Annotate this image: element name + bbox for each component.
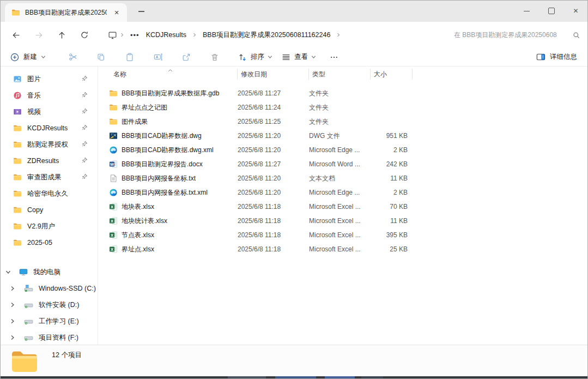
file-name-cell[interactable]: 界址点点之记图 xyxy=(98,103,238,112)
paste-button[interactable] xyxy=(122,50,138,65)
chevron-expanded-icon[interactable] xyxy=(4,269,12,275)
file-name-cell[interactable]: WBBB项目勘测定界报告.docx xyxy=(98,160,238,169)
column-header-size[interactable]: 大小 xyxy=(371,69,413,80)
sidebar-item[interactable]: 图片 xyxy=(0,71,98,87)
this-pc-icon[interactable] xyxy=(108,31,117,40)
file-row[interactable]: BBB项目内网报备坐标.txt.xml2025/6/8 11:20Microso… xyxy=(98,185,588,200)
file-row[interactable]: WBBB项目勘测定界报告.docx2025/6/8 11:27Microsoft… xyxy=(98,157,588,171)
sidebar-item[interactable]: 勘测定界授权 xyxy=(0,136,98,153)
back-button[interactable] xyxy=(8,27,24,43)
file-name-cell[interactable]: X地块统计表.xlsx xyxy=(98,216,238,226)
maximize-button[interactable] xyxy=(539,0,563,22)
minimize-button[interactable] xyxy=(514,0,539,22)
chevron-right-icon[interactable] xyxy=(334,32,343,38)
sort-button[interactable]: 排序 xyxy=(238,52,272,62)
more-options-button[interactable] xyxy=(326,50,342,65)
sidebar-item[interactable]: 2025-05 xyxy=(0,234,98,251)
main-area: 图片音乐视频KCDJResults勘测定界授权ZDResults审查图成果哈密华… xyxy=(0,67,588,345)
file-name: 地块表.xlsx xyxy=(122,202,154,212)
file-row[interactable]: X地块表.xlsx2025/6/8 11:18Microsoft Excel .… xyxy=(98,200,588,214)
sidebar-item-label: 2025-05 xyxy=(27,239,52,246)
file-row[interactable]: BBB项目CAD勘界数据.dwg.xml2025/6/8 11:20Micros… xyxy=(98,143,588,157)
rename-button[interactable] xyxy=(150,50,166,65)
file-row[interactable]: BBB项目勘测定界成果数据库.gdb2025/6/8 11:27文件夹 xyxy=(98,86,588,100)
svg-text:X: X xyxy=(111,204,113,209)
drive-icon xyxy=(24,333,33,342)
file-name-cell[interactable]: BBB项目内网报备坐标.txt xyxy=(98,174,238,183)
sidebar-item[interactable]: KCDJResults xyxy=(0,120,98,136)
sidebar-item[interactable]: ZDResults xyxy=(0,153,98,169)
details-pane-icon xyxy=(536,52,546,62)
pin-icon xyxy=(82,173,88,181)
up-button[interactable] xyxy=(53,27,70,43)
file-name: 节点表.xlsx xyxy=(122,231,154,240)
file-name-cell[interactable]: X地块表.xlsx xyxy=(98,202,238,212)
file-name-cell[interactable]: BBB项目CAD勘界数据.dwg xyxy=(98,131,238,141)
sidebar-item-label: 哈密华电永久 xyxy=(27,189,68,198)
search-input[interactable]: 在 BBB项目勘测定界成果20250608 xyxy=(454,31,580,40)
search-icon[interactable] xyxy=(572,31,580,39)
chevron-collapsed-icon[interactable] xyxy=(9,318,16,324)
sidebar-item-drive[interactable]: Windows-SSD (C:) xyxy=(0,280,98,297)
breadcrumb-item[interactable]: KCDJResults xyxy=(143,29,190,40)
sidebar-item[interactable]: 哈密华电永久 xyxy=(0,185,98,202)
breadcrumb-overflow-button[interactable]: ••• xyxy=(127,31,143,39)
new-tab-button[interactable] xyxy=(136,7,146,16)
file-row[interactable]: X界址点.xlsx2025/6/8 11:18Microsoft Excel .… xyxy=(98,242,588,256)
view-button[interactable]: 查看 xyxy=(281,52,316,62)
sidebar-item[interactable]: Copy xyxy=(0,202,98,218)
file-row[interactable]: 图件成果2025/6/8 11:25文件夹 xyxy=(98,115,588,129)
column-header-modified[interactable]: 修改日期 xyxy=(238,69,309,80)
svg-text:X: X xyxy=(111,219,113,224)
video-icon xyxy=(13,107,22,116)
details-pane-label: 详细信息 xyxy=(550,52,577,62)
file-row[interactable]: 界址点点之记图2025/6/8 11:24文件夹 xyxy=(98,100,588,115)
sidebar-item[interactable]: 审查图成果 xyxy=(0,169,98,185)
file-name-cell[interactable]: 图件成果 xyxy=(98,117,238,127)
file-name: BBB项目勘测定界成果数据库.gdb xyxy=(122,89,219,98)
file-name-cell[interactable]: X节点表.xlsx xyxy=(98,231,238,240)
close-icon: ✕ xyxy=(573,7,578,15)
file-row[interactable]: X节点表.xlsx2025/6/8 11:18Microsoft Excel .… xyxy=(98,228,588,242)
close-button[interactable]: ✕ xyxy=(563,0,588,22)
item-count-label: 12 个项目 xyxy=(52,351,82,360)
scissors-icon xyxy=(68,52,78,62)
cut-button[interactable] xyxy=(65,50,81,65)
forward-button[interactable] xyxy=(31,27,47,43)
sidebar-item[interactable]: V2.9用户 xyxy=(0,218,98,234)
new-button[interactable]: 新建 xyxy=(10,52,46,62)
chevron-right-icon[interactable] xyxy=(190,32,199,38)
chevron-collapsed-icon[interactable] xyxy=(9,302,16,308)
chevron-collapsed-icon[interactable] xyxy=(9,335,16,340)
sidebar-item-drive[interactable]: 工作学习 (E:) xyxy=(0,313,98,329)
details-pane-button[interactable]: 详细信息 xyxy=(536,52,577,62)
pin-icon xyxy=(82,92,88,99)
file-size: 2 KB xyxy=(371,189,413,196)
sidebar-item-drive[interactable]: 软件安装 (D:) xyxy=(0,297,98,313)
chevron-collapsed-icon[interactable] xyxy=(9,286,16,291)
file-name-cell[interactable]: BBB项目CAD勘界数据.dwg.xml xyxy=(98,146,238,155)
sidebar-item[interactable]: 视频 xyxy=(0,104,98,120)
copy-button[interactable] xyxy=(93,50,110,65)
file-row[interactable]: BBB项目CAD勘界数据.dwg2025/6/8 11:20DWG 文件951 … xyxy=(98,129,588,143)
sort-button-label: 排序 xyxy=(251,52,264,62)
tab-close-icon[interactable]: ✕ xyxy=(112,8,122,17)
file-name-cell[interactable]: BBB项目内网报备坐标.txt.xml xyxy=(98,188,238,197)
file-type: 文件夹 xyxy=(309,103,371,112)
delete-button[interactable] xyxy=(207,50,223,65)
share-button[interactable] xyxy=(178,50,195,65)
sidebar-item-this-pc[interactable]: 我的电脑 xyxy=(0,264,98,280)
chevron-right-icon[interactable] xyxy=(117,32,127,38)
sidebar-item-drive[interactable]: 项目资料 (F:) xyxy=(0,329,98,345)
sidebar-item[interactable]: 音乐 xyxy=(0,87,98,104)
file-name-cell[interactable]: X界址点.xlsx xyxy=(98,245,238,254)
explorer-tab[interactable]: BBB项目勘测定界成果2025060 ✕ xyxy=(5,3,127,22)
file-name-cell[interactable]: BBB项目勘测定界成果数据库.gdb xyxy=(98,89,238,98)
file-row[interactable]: X地块统计表.xlsx2025/6/8 11:18Microsoft Excel… xyxy=(98,214,588,228)
column-header-name[interactable]: 名称 xyxy=(98,69,238,80)
file-type: Microsoft Edge ... xyxy=(309,146,371,154)
breadcrumb-item-current[interactable]: BBB项目勘测定界成果2025060811162246 xyxy=(199,29,334,41)
refresh-button[interactable] xyxy=(76,27,93,43)
column-header-type[interactable]: 类型 xyxy=(309,69,371,80)
file-row[interactable]: BBB项目内网报备坐标.txt2025/6/8 11:20文本文档11 KB xyxy=(98,171,588,185)
